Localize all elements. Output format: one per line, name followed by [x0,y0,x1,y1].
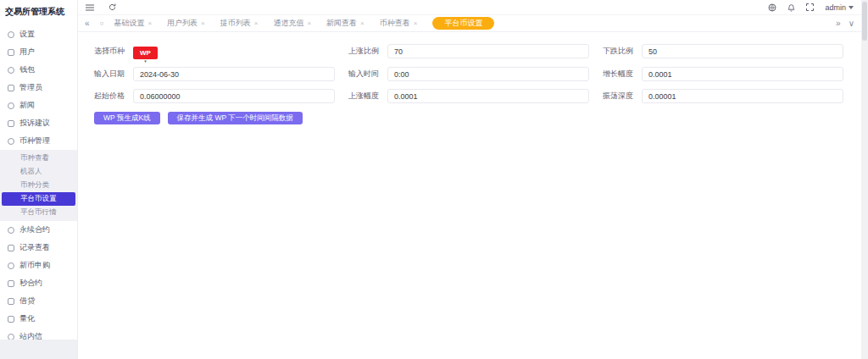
sidebar-item-records[interactable]: 记录查看 [0,239,77,257]
field-rise-ratio: 上涨比例 [348,43,589,59]
notification-bell-icon[interactable] [787,3,795,12]
sidebar-subitem-robot[interactable]: 机器人 [0,165,77,179]
tab-news-view[interactable]: 新闻查看 × [326,18,364,29]
tab-basic-settings[interactable]: 基础设置 × [114,18,152,29]
refresh-icon[interactable] [108,3,116,11]
loan-icon [8,298,14,305]
field-label: 上涨幅度 [348,91,387,102]
growth-amplitude-input[interactable] [642,67,843,81]
sidebar-item-label: 记录查看 [19,242,50,253]
sidebar-item-label: 用户 [19,47,35,58]
tab-label: 币种查看 [380,18,410,29]
tab-scroll-right-icon[interactable]: » [836,19,841,28]
sub-item-label: 币种查看 [20,153,49,163]
app-title: 交易所管理系统 [0,0,77,25]
news-icon [8,102,14,109]
sidebar-item-new-coin-subscribe[interactable]: 新币申购 [0,257,77,274]
field-label: 增长幅度 [603,69,642,80]
date-input[interactable] [133,67,335,81]
close-icon[interactable]: × [414,19,418,27]
sidebar-item-feedback[interactable]: 投诉建议 [0,114,77,132]
tab-label: 通道充值 [273,18,303,29]
select-caret-icon: ▾ [144,59,147,64]
coin-management-submenu: 币种查看 机器人 币种分类 平台币设置 平台币行情 [0,150,77,221]
pregenerate-kline-button[interactable]: WP 预生成K线 [94,112,160,124]
coins-icon [8,138,14,145]
tab-label: 提币列表 [220,18,251,29]
open-tabs: 基础设置 × 用户列表 × 提币列表 × 通道充值 × 新闻查看 × 币种查看 … [114,17,494,30]
tab-scroll-left-icon[interactable]: « [85,19,90,28]
tab-label: 用户列表 [167,18,198,29]
field-label: 输入时间 [348,69,387,80]
sub-item-label: 机器人 [20,167,42,177]
hamburger-menu-icon[interactable] [86,4,94,11]
admin-icon [8,85,14,91]
page-scrollbar[interactable] [861,0,868,359]
sidebar-subitem-platform-coin-settings[interactable]: 平台币设置 [2,192,75,206]
language-globe-icon[interactable] [768,3,776,12]
fullscreen-icon[interactable] [806,3,814,11]
sidebar-item-label: 永续合约 [19,224,50,235]
sidebar-item-label: 秒合约 [19,278,42,289]
sidebar-item-label: 新闻 [19,100,35,111]
sidebar-item-news[interactable]: 新闻 [0,97,77,114]
top-navbar: admin [78,0,861,15]
wallet-icon [8,67,14,74]
sidebar-subitem-coin-category[interactable]: 币种分类 [0,179,77,192]
save-generate-next-interval-button[interactable]: 保存并生成 WP 下一个时间间隔数据 [168,112,303,124]
close-icon[interactable]: × [307,19,311,27]
admin-user-menu[interactable]: admin [825,3,854,12]
close-icon[interactable]: × [201,19,205,27]
oscillation-depth-input[interactable] [642,89,843,103]
tab-platform-coin-settings-active[interactable]: 平台币设置 [432,17,494,30]
field-start-price: 起始价格 [94,89,335,103]
tab-home-dot-icon[interactable]: ○ [100,19,104,27]
close-icon[interactable]: × [254,19,259,27]
gear-icon [8,31,14,38]
field-oscillation-depth: 振荡深度 [603,89,843,103]
field-label: 选择币种 [94,46,133,57]
sidebar-subitem-coin-view[interactable]: 币种查看 [0,152,77,165]
sidebar-item-quant[interactable]: 量化 [0,310,77,328]
sidebar-subitem-platform-coin-market[interactable]: 平台币行情 [0,206,77,219]
start-price-input[interactable] [133,89,335,103]
scrollbar-thumb[interactable] [862,2,867,41]
sidebar-item-label: 钱包 [19,64,35,75]
tab-user-list[interactable]: 用户列表 × [167,18,205,29]
sidebar-item-label: 借贷 [19,295,35,307]
field-input-date: 输入日期 [94,67,335,81]
admin-label: admin [825,3,846,12]
close-icon[interactable]: × [360,19,364,27]
field-label: 上涨比例 [348,46,387,57]
field-label: 振荡深度 [603,91,642,102]
sidebar-item-label: 设置 [19,29,35,40]
sidebar-item-settings[interactable]: 设置 [0,25,77,43]
user-icon [8,49,14,56]
tab-actions-chevron-icon[interactable]: ∨ [849,19,854,28]
tab-channel-recharge[interactable]: 通道充值 × [273,18,311,29]
sidebar-item-users[interactable]: 用户 [0,43,77,61]
form-actions: WP 预生成K线 保存并生成 WP 下一个时间间隔数据 [78,103,861,124]
close-icon[interactable]: × [147,19,152,27]
time-input[interactable] [387,67,589,81]
coin-select-tag[interactable]: WP [133,47,158,59]
rise-amplitude-input[interactable] [387,89,589,103]
rise-ratio-input[interactable] [387,44,589,58]
sidebar-item-admins[interactable]: 管理员 [0,79,77,97]
field-input-time: 输入时间 [348,67,589,81]
sidebar-item-loan[interactable]: 借贷 [0,292,77,310]
tab-withdraw-list[interactable]: 提币列表 × [220,18,259,29]
feedback-icon [8,120,14,127]
quant-icon [8,316,14,323]
sidebar-item-wallet[interactable]: 钱包 [0,61,77,79]
sidebar-item-site-mail[interactable]: 站内信 [0,328,77,340]
contract-icon [8,227,14,234]
new-coin-icon [8,262,14,269]
sidebar-item-label: 管理员 [19,82,42,93]
sidebar-item-coin-management[interactable]: 币种管理 [0,132,77,150]
tab-coin-view[interactable]: 币种查看 × [380,18,418,29]
tab-label: 基础设置 [114,18,144,29]
fall-ratio-input[interactable] [642,44,843,58]
sidebar-item-perpetual-contract[interactable]: 永续合约 [0,221,77,239]
sidebar-item-seconds-contract[interactable]: 秒合约 [0,274,77,292]
